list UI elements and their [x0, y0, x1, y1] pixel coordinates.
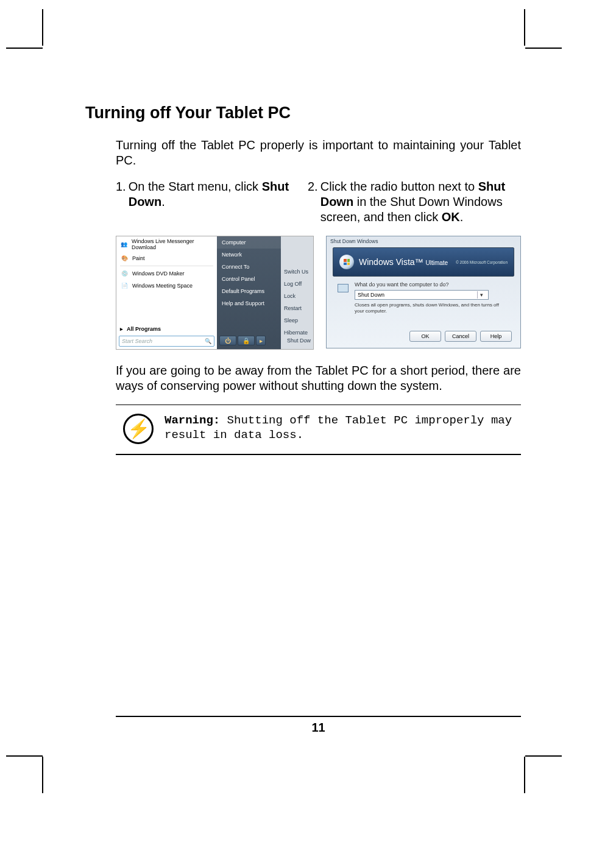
chevron-down-icon: ▾ — [477, 291, 486, 299]
step-text: Click the radio button next to Shut Down… — [320, 179, 509, 225]
dialog-question: What do you want the computer to do? — [355, 281, 449, 288]
start-menu-item: 💿 Windows DVD Maker — [116, 267, 217, 280]
step-text: On the Start menu, click Shut Down. — [129, 179, 292, 225]
step-1: 1. On the Start menu, click Shut Down. — [116, 179, 292, 225]
ok-button: OK — [409, 331, 441, 342]
power-buttons: ⏻ 🔒 ▸ — [217, 336, 281, 347]
all-programs: ▸ All Programs — [120, 326, 161, 332]
flyout-item: Shut Dow — [284, 334, 314, 347]
dialog-title: Shut Down Windows — [330, 238, 378, 244]
crop-mark — [524, 757, 525, 793]
start-menu-left-pane: 👥 Windows Live Messenger Download 🎨 Pain… — [116, 236, 217, 349]
power-icon: ⏻ — [219, 336, 236, 345]
divider — [120, 266, 213, 266]
section-heading: Turning off Your Tablet PC — [85, 104, 524, 122]
vista-brand: Windows Vista™ Ultimate — [359, 257, 448, 267]
chevron-right-icon: ▸ — [256, 336, 266, 345]
after-paragraph: If you are going to be away from the Tab… — [116, 363, 521, 394]
dvd-icon: 💿 — [120, 269, 129, 278]
paint-icon: 🎨 — [120, 254, 129, 263]
action-description: Closes all open programs, shuts down Win… — [355, 302, 501, 314]
chevron-right-icon: ▸ — [120, 326, 123, 332]
vista-banner: Windows Vista™ Ultimate © 2006 Microsoft… — [333, 247, 514, 277]
page-footer: 11 — [116, 716, 521, 735]
crop-mark — [6, 48, 43, 49]
page-content: Turning off Your Tablet PC Turning off t… — [85, 104, 524, 455]
help-button: Help — [480, 331, 512, 342]
crop-mark — [42, 9, 43, 46]
windows-logo-icon — [339, 255, 354, 269]
start-menu-item: 🎨 Paint — [116, 252, 217, 264]
crop-mark — [524, 9, 525, 46]
flyout-item: Restart — [281, 302, 314, 314]
right-item: Network — [217, 249, 281, 261]
step-number: 1. — [116, 179, 129, 225]
right-item: Connect To — [217, 261, 281, 273]
right-item: Help and Support — [217, 297, 281, 309]
right-item: Computer — [217, 236, 281, 249]
step-list: 1. On the Start menu, click Shut Down. 2… — [116, 179, 521, 225]
crop-mark — [6, 755, 43, 757]
meeting-icon: 📄 — [120, 281, 129, 290]
start-menu-item: 👥 Windows Live Messenger Download — [116, 236, 217, 252]
footer-rule — [116, 716, 521, 717]
lightning-icon: ⚡ — [123, 414, 154, 444]
dialog-buttons: OK Cancel Help — [409, 331, 512, 342]
shutdown-dialog-screenshot: Shut Down Windows Windows Vista™ Ultimat… — [326, 236, 521, 348]
monitor-icon — [338, 284, 349, 292]
start-menu-right-pane: Computer Network Connect To Control Pane… — [217, 236, 281, 349]
start-search-box: Start Search 🔍 — [119, 336, 214, 347]
intro-paragraph: Turning off the Tablet PC properly is im… — [116, 138, 521, 168]
flyout-item: Sleep — [281, 314, 314, 327]
flyout-item: Lock — [281, 290, 314, 302]
screenshot-row: 👥 Windows Live Messenger Download 🎨 Pain… — [116, 236, 521, 350]
crop-mark — [525, 48, 562, 49]
lock-icon: 🔒 — [238, 336, 255, 345]
step-2: 2. Click the radio button next to Shut D… — [308, 179, 509, 225]
right-item: Control Panel — [217, 273, 281, 285]
shutdown-flyout: Switch Us Log Off Lock Restart Sleep Hib… — [281, 236, 314, 349]
page-number: 11 — [116, 721, 521, 735]
crop-mark — [525, 755, 562, 757]
step-number: 2. — [308, 179, 320, 225]
action-dropdown: Shut Down ▾ — [355, 290, 489, 300]
copyright-text: © 2006 Microsoft Corporation — [456, 260, 508, 264]
warning-box: ⚡ Warning: Shutting off the Tablet PC im… — [116, 405, 521, 455]
start-menu-item: 📄 Windows Meeting Space — [116, 280, 217, 292]
right-item: Default Programs — [217, 285, 281, 297]
start-menu-screenshot: 👥 Windows Live Messenger Download 🎨 Pain… — [116, 236, 314, 350]
warning-text: Warning: Shutting off the Tablet PC impr… — [165, 414, 519, 443]
flyout-item: Log Off — [281, 278, 314, 290]
flyout-item: Switch Us — [281, 266, 314, 278]
cancel-button: Cancel — [445, 331, 476, 342]
crop-mark — [42, 757, 43, 793]
messenger-icon: 👥 — [120, 240, 128, 249]
search-icon: 🔍 — [205, 338, 211, 344]
